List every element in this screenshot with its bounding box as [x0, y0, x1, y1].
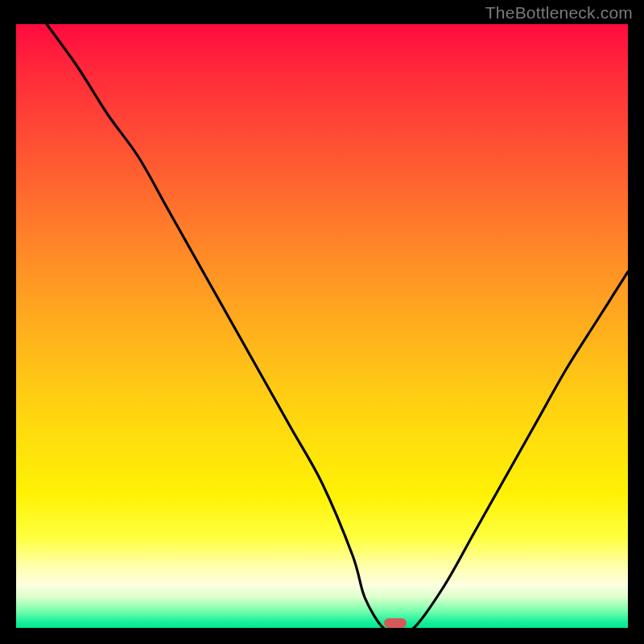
optimal-point-marker: [384, 618, 407, 628]
plot-area: [16, 24, 628, 628]
bottleneck-curve: [16, 24, 628, 628]
watermark-text: TheBottleneck.com: [485, 3, 633, 23]
chart-frame: TheBottleneck.com: [0, 0, 644, 644]
